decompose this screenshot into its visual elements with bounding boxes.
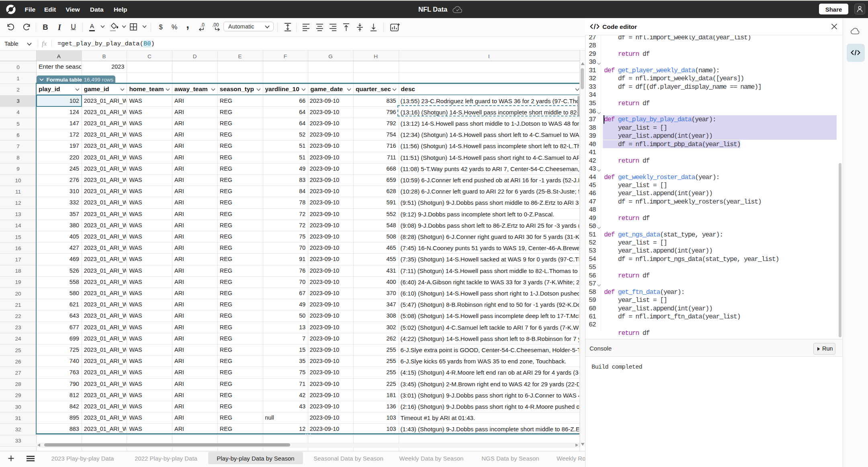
svg-text:.00: .00 [212,22,219,28]
svg-text:.0: .0 [201,22,205,28]
